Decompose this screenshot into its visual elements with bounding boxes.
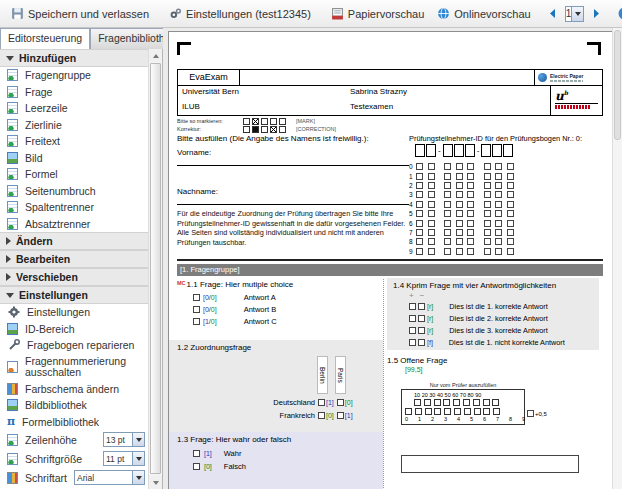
sidebar-item-bild[interactable]: Bild xyxy=(0,150,149,167)
sidebar-item-fragennummerierung[interactable]: Fragennummerierung ausschalten xyxy=(0,354,149,381)
kprim-checkbox xyxy=(409,327,416,334)
mark-example-boxes xyxy=(243,118,286,125)
id-entry-box xyxy=(454,144,464,157)
id-digit-checkbox xyxy=(495,220,502,227)
schriftart-select[interactable]: Arial xyxy=(74,470,145,485)
answer-label: Dies ist die 1. korrekte Antwort xyxy=(449,302,548,311)
sidebar-item-farbschema[interactable]: Farbschema ändern xyxy=(0,381,149,398)
first-name-label: Vorname: xyxy=(177,148,211,157)
answer-label: Antwort A xyxy=(244,293,276,302)
mark-label: Bitte so markieren: xyxy=(177,118,243,124)
sidebar-item-absatztrenner[interactable]: Absatztrenner xyxy=(0,216,149,233)
editor-canvas: EvaExam Electric Paper Universität Bern … xyxy=(163,28,622,489)
correction-tag: [CORRECTION] xyxy=(296,126,336,132)
answer-row: [0/0] Antwort B xyxy=(177,304,377,316)
id-digit-checkbox xyxy=(507,163,514,170)
select-dropdown-button[interactable] xyxy=(132,471,144,484)
section-bearbeiten[interactable]: Bearbeiten xyxy=(0,250,149,268)
id-digit-checkbox xyxy=(484,210,491,217)
help-button[interactable]: ? Hilfe xyxy=(615,5,622,22)
blank-line-icon xyxy=(7,102,18,114)
section-einstellungen-label: Einstellungen xyxy=(19,289,88,301)
section-aendern[interactable]: Ändern xyxy=(0,232,149,250)
id-digit-checkbox xyxy=(484,220,491,227)
sidebar-item-spaltentrenner[interactable]: Spaltentrenner xyxy=(0,199,149,216)
scrollbar-down-button[interactable] xyxy=(149,476,162,489)
question-1-3-true-false[interactable]: 1.3 Frage: Hier wahr oder falsch [1] Wah… xyxy=(169,432,383,489)
page-select[interactable]: 1 xyxy=(565,6,585,22)
kprim-checkbox xyxy=(409,315,416,322)
id-digit-checkbox xyxy=(428,238,435,245)
open-answer-box xyxy=(401,455,579,473)
sidebar-item-formelbibliothek[interactable]: πFormelbibliothek xyxy=(0,414,149,431)
id-digit-label: 1 xyxy=(409,173,416,180)
settings-button[interactable]: Einstellungen (test12345) xyxy=(166,5,314,22)
id-digit-checkbox xyxy=(428,163,435,170)
sidebar-item-fragebogen-reparieren[interactable]: Fragebogen reparieren xyxy=(0,337,149,354)
canvas-scrollbar[interactable] xyxy=(612,28,622,489)
next-page-button[interactable] xyxy=(591,7,601,20)
sidebar-item-frage[interactable]: Frage xyxy=(0,84,149,101)
item-label: Seitenumbruch xyxy=(25,185,96,197)
id-digit-checkbox xyxy=(507,229,514,236)
image-library-icon xyxy=(7,399,18,411)
section-einstellungen[interactable]: Einstellungen xyxy=(0,286,149,304)
id-digit-checkbox xyxy=(484,182,491,189)
section-aendern-label: Ändern xyxy=(16,235,53,247)
select-dropdown-button[interactable] xyxy=(132,452,144,465)
question-1-4-kprim[interactable]: 1.4 Kprim Frage mit vier Antwortmöglichk… xyxy=(387,278,599,350)
sidebar-item-seitenumbruch[interactable]: Seitenumbruch xyxy=(0,183,149,200)
toolbar: Speichern und verlassen Einstellungen (t… xyxy=(0,0,622,28)
id-digit-checkbox xyxy=(507,191,514,198)
sidebar-item-freitext[interactable]: Freitext xyxy=(0,133,149,150)
scrollbar-thumb[interactable] xyxy=(150,63,161,474)
select-dropdown-button[interactable] xyxy=(132,433,144,446)
previous-page-button[interactable] xyxy=(548,7,558,20)
tab-editorsteuerung[interactable]: Editorsteuerung xyxy=(0,28,90,49)
question-1-1-multiple-choice[interactable]: MC1.1 Frage: Hier mutiple choice [0/0] A… xyxy=(177,280,377,327)
section-hinzufuegen[interactable]: Hinzufügen xyxy=(0,49,149,67)
id-digit-checkbox xyxy=(444,220,451,227)
sidebar-item-leerzeile[interactable]: Leerzeile xyxy=(0,100,149,117)
question-group-bar[interactable]: [1. Fragengruppe] xyxy=(177,264,603,276)
sidebar-item-zierlinie[interactable]: Zierlinie xyxy=(0,117,149,134)
paper-preview-button[interactable]: Papiervorschau xyxy=(328,5,427,22)
sidebar: Editorsteuerung Fragenbibliothek Hinzufü… xyxy=(0,28,163,489)
id-entry-box xyxy=(415,144,425,157)
id-digit-checkbox xyxy=(484,191,491,198)
section-bearbeiten-label: Bearbeiten xyxy=(16,253,70,265)
sidebar-item-fragengruppe[interactable]: Fragengruppe xyxy=(0,67,149,84)
sidebar-panel: Hinzufügen Fragengruppe Frage Leerzeile … xyxy=(0,49,149,489)
points-annotation: [1] xyxy=(204,450,212,457)
sidebar-item-einstellungen[interactable]: Einstellungen xyxy=(0,304,149,321)
registration-mark-icon xyxy=(177,42,191,55)
section-verschieben[interactable]: Verschieben xyxy=(0,268,149,286)
question-icon xyxy=(7,86,18,98)
scrollbar-thumb[interactable] xyxy=(614,30,621,140)
paper-preview-icon xyxy=(331,7,344,20)
save-and-exit-button[interactable]: Speichern und verlassen xyxy=(8,5,152,22)
scrollbar-up-button[interactable] xyxy=(149,49,162,62)
sidebar-scrollbar[interactable] xyxy=(148,49,162,489)
sidebar-item-bildbibliothek[interactable]: Bildbibliothek xyxy=(0,397,149,414)
kprim-checkbox xyxy=(418,315,425,322)
question-1-2-matching[interactable]: 1.2 Zuordnungsfrage Berlin Paris Deutsch… xyxy=(169,340,383,432)
page-break-icon xyxy=(7,185,18,197)
evaexam-brand: EvaExam xyxy=(178,70,240,85)
page-select-dropdown-button[interactable] xyxy=(571,7,583,21)
score-checkbox xyxy=(414,399,421,406)
id-digit-checkbox xyxy=(428,248,435,255)
zeilenhoehe-select[interactable]: 13 pt xyxy=(103,432,145,447)
points-annotation: [1] xyxy=(345,412,353,419)
example-checkbox xyxy=(252,118,259,125)
id-digit-row: 2 xyxy=(409,181,518,190)
answer-checkbox xyxy=(193,463,200,470)
question-1-5-open[interactable]: 1.5 Offene Frage [99,5] Nur vom Prüfer a… xyxy=(387,352,599,489)
sidebar-item-id-bereich[interactable]: ID-Bereich xyxy=(0,321,149,338)
score-checkbox xyxy=(492,399,499,406)
schriftgroesse-select[interactable]: 11 pt xyxy=(103,451,145,466)
online-preview-button[interactable]: Onlinevorschau xyxy=(434,5,533,22)
question-title: Offene Frage xyxy=(400,356,447,365)
id-digit-checkbox xyxy=(456,201,463,208)
sidebar-item-formel[interactable]: Formel xyxy=(0,166,149,183)
